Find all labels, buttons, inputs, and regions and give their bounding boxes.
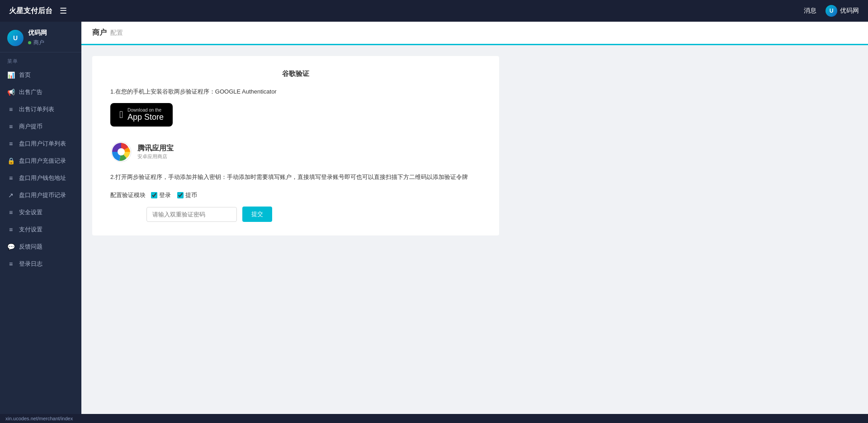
sidebar-item-label: 出售广告 [19, 88, 42, 96]
ad-icon: 📢 [7, 89, 14, 96]
sidebar-item-user-withdraw[interactable]: ↗ 盘口用户提币记录 [0, 187, 81, 204]
breadcrumb-separator: 配置 [110, 29, 123, 37]
sidebar-item-label: 盘口用户提币记录 [19, 191, 66, 199]
submit-button[interactable]: 提交 [242, 207, 272, 222]
sidebar-item-home[interactable]: 📊 首页 [0, 66, 81, 84]
breadcrumb-title: 商户 [92, 28, 107, 38]
topnav-user-name: 优码网 [840, 7, 859, 15]
statusbar-url: xin.ucodes.net/merchant/index [5, 416, 73, 421]
list-icon: ≡ [7, 106, 14, 113]
content-area: 谷歌验证 1.在您的手机上安装谷歌两步验证程序：GOOGLE Authentic… [81, 45, 868, 414]
tencent-store-text: 腾讯应用宝 安卓应用商店 [137, 144, 174, 160]
step2-text: 2.打开两步验证程序，手动添加并输入密钥：手动添加时需要填写账户，直接填写登录账… [110, 172, 481, 182]
checkbox-login-item[interactable]: 登录 [151, 191, 171, 199]
sidebar-item-label: 首页 [19, 71, 31, 79]
sidebar-user-name: 优码网 [28, 29, 47, 37]
sidebar-item-label: 支付设置 [19, 226, 42, 234]
checkbox-login-label: 登录 [159, 191, 171, 199]
statusbar: xin.ucodes.net/merchant/index [0, 414, 868, 423]
sidebar-item-payment[interactable]: ≡ 支付设置 [0, 221, 81, 238]
checkbox-login[interactable] [151, 192, 157, 198]
checkbox-group: 登录 提币 [151, 191, 197, 199]
tencent-store-button[interactable]: 腾讯应用宝 安卓应用商店 [110, 141, 174, 163]
payment-icon: ≡ [7, 226, 14, 233]
sidebar-user-role: 商户 [28, 39, 47, 47]
sidebar-item-feedback[interactable]: 💬 反馈问题 [0, 238, 81, 255]
google-auth-card: 谷歌验证 1.在您的手机上安装谷歌两步验证程序：GOOGLE Authentic… [92, 56, 499, 235]
card-title: 谷歌验证 [110, 70, 481, 78]
step1-text: 1.在您的手机上安装谷歌两步验证程序：GOOGLE Authenticator [110, 87, 481, 97]
checkbox-withdraw-item[interactable]: 提币 [177, 191, 197, 199]
sidebar-item-ad[interactable]: 📢 出售广告 [0, 84, 81, 101]
sidebar-item-orders[interactable]: ≡ 出售订单列表 [0, 101, 81, 118]
layout: U 优码网 商户 菜单 📊 首页 📢 出售广告 ≡ 出售订单列表 [0, 22, 868, 414]
config-module-row: 配置验证模块 登录 提币 [110, 191, 481, 199]
user-withdraw-icon: ↗ [7, 192, 14, 199]
tencent-sub: 安卓应用商店 [137, 153, 174, 160]
sidebar-item-label: 商户提币 [19, 122, 42, 131]
sidebar-item-label: 盘口用户钱包地址 [19, 174, 66, 182]
sidebar-item-log[interactable]: ≡ 登录日志 [0, 255, 81, 273]
home-icon: 📊 [7, 71, 14, 79]
config-module-label: 配置验证模块 [110, 191, 146, 199]
user-orders-icon: ≡ [7, 140, 14, 147]
withdraw-icon: ≡ [7, 123, 14, 130]
sidebar-item-label: 盘口用户订单列表 [19, 140, 66, 148]
code-input-row: 提交 [146, 207, 481, 222]
sidebar-item-withdraw[interactable]: ≡ 商户提币 [0, 118, 81, 135]
menu-toggle-icon[interactable]: ☰ [60, 6, 67, 16]
topnav-left: 火星支付后台 ☰ [9, 6, 67, 16]
sidebar: U 优码网 商户 菜单 📊 首页 📢 出售广告 ≡ 出售订单列表 [0, 22, 81, 414]
tencent-logo-icon [110, 141, 132, 163]
main-content: 商户 配置 谷歌验证 1.在您的手机上安装谷歌两步验证程序：GOOGLE Aut… [81, 22, 868, 414]
code-input[interactable] [146, 207, 237, 222]
appstore-download-label: Download on the [127, 108, 164, 113]
online-status-dot [28, 41, 31, 44]
sidebar-item-wallet[interactable]: ≡ 盘口用户钱包地址 [0, 169, 81, 187]
sidebar-item-label: 安全设置 [19, 208, 42, 216]
tencent-name: 腾讯应用宝 [137, 144, 174, 153]
feedback-icon: 💬 [7, 243, 14, 250]
sidebar-avatar: U [7, 30, 24, 46]
appstore-btn-text: Download on the App Store [127, 108, 164, 122]
checkbox-withdraw-label: 提币 [185, 191, 197, 199]
apple-icon:  [119, 109, 123, 121]
topnav-right: 消息 U 优码网 [804, 5, 859, 17]
svg-point-1 [118, 148, 125, 155]
sidebar-item-recharge[interactable]: 🔒 盘口用户充值记录 [0, 152, 81, 169]
topnav-user-avatar: U [826, 5, 837, 17]
sidebar-user-section: U 优码网 商户 [0, 22, 81, 52]
security-icon: ≡ [7, 209, 14, 216]
sidebar-item-label: 反馈问题 [19, 243, 42, 251]
app-title: 火星支付后台 [9, 6, 52, 16]
sidebar-user-top: U 优码网 商户 [7, 29, 74, 47]
appstore-main-label: App Store [127, 113, 164, 122]
appstore-button[interactable]:  Download on the App Store [110, 103, 173, 127]
sidebar-item-user-orders[interactable]: ≡ 盘口用户订单列表 [0, 135, 81, 152]
sidebar-item-label: 盘口用户充值记录 [19, 157, 66, 165]
message-link[interactable]: 消息 [804, 7, 816, 15]
sidebar-item-label: 登录日志 [19, 260, 42, 268]
breadcrumb-bar: 商户 配置 [81, 22, 868, 45]
top-navbar: 火星支付后台 ☰ 消息 U 优码网 [0, 0, 868, 22]
topnav-user[interactable]: U 优码网 [826, 5, 859, 17]
checkbox-withdraw[interactable] [177, 192, 184, 198]
wallet-icon: ≡ [7, 174, 14, 182]
recharge-icon: 🔒 [7, 157, 14, 164]
sidebar-item-security[interactable]: ≡ 安全设置 [0, 204, 81, 221]
sidebar-item-label: 出售订单列表 [19, 105, 54, 113]
sidebar-section-label: 菜单 [0, 52, 81, 66]
log-icon: ≡ [7, 260, 14, 268]
